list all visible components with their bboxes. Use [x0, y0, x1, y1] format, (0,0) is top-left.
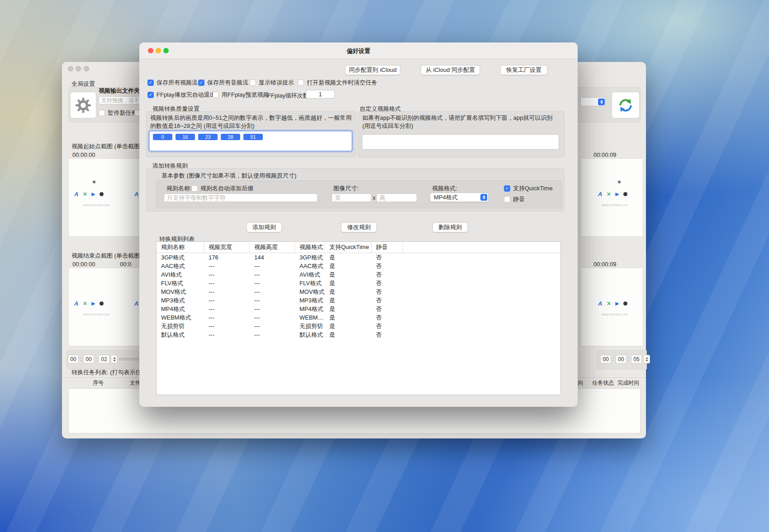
dialog-titlebar[interactable]: 偏好设置: [139, 42, 578, 59]
table-row[interactable]: FLV格式------FLV格式是否: [157, 279, 560, 287]
checkbox-mute[interactable]: ✓ 静音: [504, 195, 525, 203]
desktop-wallpaper: 全局设置 视频输出文件夹: ( ✓ 暂停新任务: [0, 0, 769, 532]
settings-gear-button[interactable]: [70, 92, 96, 118]
table-row[interactable]: 3GP格式1761443GP格式是否: [157, 253, 560, 262]
table-cell: 否: [371, 254, 403, 262]
checkbox-box: ✓: [504, 185, 510, 192]
zoom-button-inactive[interactable]: [84, 66, 89, 71]
table-header-cell[interactable]: 视频高度: [250, 242, 295, 253]
column-header-partial[interactable]: 间: [578, 379, 583, 387]
height-input[interactable]: [376, 193, 417, 202]
checkbox-pause-new-task[interactable]: ✓ 暂停新任务: [99, 109, 137, 117]
rules-table[interactable]: 规则名称视频宽度视频高度视频格式支持QuickTime静音 3GP格式17614…: [156, 241, 561, 395]
table-cell: ---: [204, 323, 250, 330]
table-row[interactable]: MOV格式------MOV格式是否: [157, 287, 560, 296]
right-time-top: 00:00:09: [593, 151, 617, 158]
seconds-field[interactable]: 02: [99, 355, 109, 363]
step-down-icon: [646, 360, 648, 362]
sync-to-icloud-button[interactable]: 同步配置到 iCloud: [345, 65, 400, 75]
refresh-button[interactable]: [612, 92, 640, 118]
scissors-icon: ✕: [606, 191, 611, 197]
checkbox-save-audio-streams[interactable]: ✓ 保存所有音频流: [198, 79, 248, 87]
app-logo-a-icon: A: [74, 301, 78, 306]
checkbox-quicktime[interactable]: ✓ 支持QuickTime: [504, 184, 553, 193]
quality-token[interactable]: 16: [176, 134, 195, 140]
quality-token[interactable]: 23: [198, 134, 218, 140]
custom-format-input[interactable]: [362, 134, 559, 150]
time-stepper-buttons[interactable]: [111, 355, 118, 363]
video-format-select[interactable]: MP4格式: [430, 193, 489, 202]
table-row[interactable]: MP4格式------MP4格式是否: [157, 305, 560, 313]
left-time-stepper[interactable]: 00 00 02: [68, 355, 146, 363]
rules-table-body: 3GP格式1761443GP格式是否AAC格式------AAC格式是否AVI格…: [157, 253, 560, 339]
table-header-cell[interactable]: 视频格式: [295, 242, 325, 253]
minutes-field[interactable]: 00: [83, 355, 94, 363]
watermark-text: WWW.APPFFER.COM: [602, 313, 627, 316]
delete-rule-button[interactable]: 删除规则: [432, 222, 468, 232]
checkbox-save-video-streams[interactable]: ✓ 保存所有视频流: [147, 79, 198, 87]
table-cell: 无损剪切: [295, 322, 325, 330]
table-header-cell[interactable]: 静音: [371, 242, 403, 253]
minutes-field[interactable]: 00: [616, 355, 627, 363]
table-cell: 无损剪切: [157, 322, 204, 330]
table-row[interactable]: 默认格式------默认格式是否: [157, 330, 560, 339]
quality-token[interactable]: 51: [243, 134, 263, 140]
rule-name-input[interactable]: [164, 193, 318, 202]
quality-token[interactable]: 28: [221, 134, 240, 140]
time-separator: [95, 357, 97, 362]
time-separator: [80, 357, 82, 362]
checkbox-auto-suffix[interactable]: ✓ 规则名自动添加后缀: [191, 184, 253, 193]
watermark-icon-row: A ✕ ▶: [74, 301, 104, 306]
sync-from-icloud-button[interactable]: 从 iCloud 同步配置: [421, 65, 480, 75]
table-cell: ---: [204, 271, 250, 278]
right-time-bottom: 00:00:09: [593, 261, 617, 268]
checkbox-ffplay-preview[interactable]: ✓ 用FFplay预览视频: [213, 91, 269, 99]
table-row[interactable]: MP3格式------MP3格式是否: [157, 296, 560, 305]
table-cell: 否: [371, 305, 403, 313]
preferences-dialog[interactable]: 偏好设置 同步配置到 iCloud 从 iCloud 同步配置 恢复工厂设置 ✓…: [139, 42, 578, 407]
width-input[interactable]: [332, 193, 371, 202]
table-header-cell[interactable]: 规则名称: [157, 242, 204, 253]
table-row[interactable]: AAC格式------AAC格式是否: [157, 262, 560, 270]
ffplay-loop-input[interactable]: [306, 90, 335, 99]
right-preview-panel-top[interactable]: ◉ A ✕ ▶ WWW.APPFFER.COM: [581, 158, 643, 237]
column-header-finish-time[interactable]: 完成时间: [617, 379, 639, 387]
hours-field[interactable]: 00: [68, 355, 79, 363]
add-rule-button[interactable]: 添加规则: [247, 222, 282, 232]
hours-field[interactable]: 00: [600, 355, 611, 363]
watermark-text: WWW.APPFFER.COM: [83, 204, 109, 207]
checkbox-ffplay-autoexit[interactable]: ✓ FFplay播放完自动退出: [147, 91, 216, 99]
app-logo-a-icon: A: [134, 301, 138, 306]
output-folder-input[interactable]: [99, 96, 141, 104]
table-cell: 是: [325, 314, 371, 322]
table-row[interactable]: AVI格式------AVI格式是否: [157, 270, 560, 279]
table-cell: AAC格式: [157, 262, 204, 270]
right-dropdown-partial[interactable]: [580, 97, 606, 106]
quality-token[interactable]: 0: [153, 134, 172, 140]
minimize-button-inactive[interactable]: [76, 66, 81, 71]
seconds-field[interactable]: 05: [631, 355, 642, 363]
close-button-inactive[interactable]: [68, 66, 73, 71]
table-cell: MOV格式: [295, 288, 325, 296]
quality-token-field[interactable]: 016232851: [149, 131, 352, 151]
column-header-status[interactable]: 任务状态: [592, 379, 614, 387]
column-header-seq[interactable]: 序号: [93, 379, 104, 387]
right-time-stepper[interactable]: 00 00 05: [600, 355, 650, 363]
table-header-cell[interactable]: 视频宽度: [204, 242, 250, 253]
step-up-icon: [113, 357, 116, 359]
rules-table-header: 规则名称视频宽度视频高度视频格式支持QuickTime静音: [157, 242, 560, 253]
table-row[interactable]: 无损剪切------无损剪切是否: [157, 322, 560, 330]
restore-factory-button[interactable]: 恢复工厂设置: [500, 65, 547, 75]
table-row[interactable]: WEBM格式------WEBM…是否: [157, 313, 560, 322]
table-header-cell[interactable]: 支持QuickTime: [325, 242, 371, 253]
table-cell: WEBM格式: [157, 314, 204, 322]
table-cell: 是: [325, 322, 371, 330]
modify-rule-button[interactable]: 修改规则: [341, 222, 377, 232]
checkbox-show-errors[interactable]: ✓ 显示错误提示: [250, 79, 294, 87]
gear-icon: [75, 97, 91, 113]
right-preview-panel-bottom[interactable]: A ✕ ▶ WWW.APPFFER.COM: [581, 268, 643, 346]
scissors-icon: ✕: [82, 191, 87, 197]
checkbox-clear-tasks-on-open[interactable]: ✓ 打开新视频文件时清空任务: [298, 79, 377, 87]
camera-icon: ◉: [92, 179, 96, 184]
time-stepper-buttons[interactable]: [643, 355, 650, 363]
